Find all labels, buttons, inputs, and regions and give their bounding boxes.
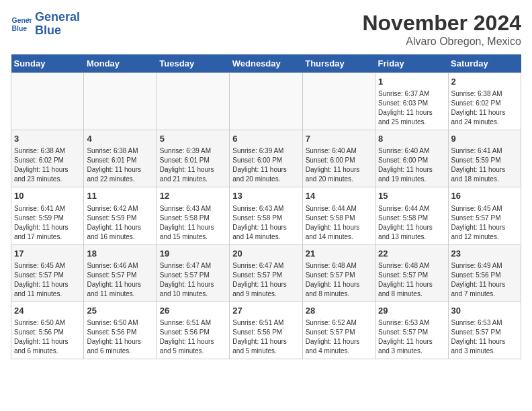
week-row-4: 17Sunrise: 6:45 AM Sunset: 5:57 PM Dayli…	[11, 244, 521, 302]
day-info: Sunrise: 6:49 AM Sunset: 5:56 PM Dayligh…	[451, 261, 518, 299]
calendar-cell: 9Sunrise: 6:41 AM Sunset: 5:59 PM Daylig…	[448, 130, 521, 187]
header-cell-wednesday: Wednesday	[230, 54, 302, 73]
header-cell-friday: Friday	[375, 54, 448, 73]
logo-text-general: General	[35, 11, 80, 24]
day-number: 8	[378, 133, 445, 145]
calendar-cell: 25Sunrise: 6:50 AM Sunset: 5:56 PM Dayli…	[84, 302, 157, 359]
calendar-cell: 1Sunrise: 6:37 AM Sunset: 6:03 PM Daylig…	[375, 73, 448, 130]
calendar-cell: 22Sunrise: 6:48 AM Sunset: 5:57 PM Dayli…	[375, 244, 448, 302]
day-info: Sunrise: 6:53 AM Sunset: 5:57 PM Dayligh…	[378, 318, 445, 356]
day-info: Sunrise: 6:45 AM Sunset: 5:57 PM Dayligh…	[451, 204, 518, 242]
calendar-cell: 3Sunrise: 6:38 AM Sunset: 6:02 PM Daylig…	[11, 130, 84, 187]
day-info: Sunrise: 6:53 AM Sunset: 5:57 PM Dayligh…	[451, 318, 518, 356]
day-number: 28	[306, 305, 372, 317]
day-info: Sunrise: 6:47 AM Sunset: 5:57 PM Dayligh…	[160, 261, 226, 299]
week-row-1: 1Sunrise: 6:37 AM Sunset: 6:03 PM Daylig…	[11, 73, 521, 130]
calendar-cell: 24Sunrise: 6:50 AM Sunset: 5:56 PM Dayli…	[11, 302, 84, 359]
day-info: Sunrise: 6:41 AM Sunset: 5:59 PM Dayligh…	[14, 204, 81, 242]
calendar-cell: 30Sunrise: 6:53 AM Sunset: 5:57 PM Dayli…	[448, 302, 521, 359]
day-info: Sunrise: 6:37 AM Sunset: 6:03 PM Dayligh…	[378, 89, 445, 127]
calendar-cell: 12Sunrise: 6:43 AM Sunset: 5:58 PM Dayli…	[157, 187, 229, 244]
calendar-title: November 2024	[362, 11, 521, 36]
day-info: Sunrise: 6:38 AM Sunset: 6:01 PM Dayligh…	[87, 146, 153, 184]
day-info: Sunrise: 6:38 AM Sunset: 6:02 PM Dayligh…	[14, 146, 81, 184]
day-info: Sunrise: 6:44 AM Sunset: 5:58 PM Dayligh…	[306, 204, 372, 242]
header: General Blue General Blue November 2024 …	[11, 11, 521, 48]
day-info: Sunrise: 6:39 AM Sunset: 6:00 PM Dayligh…	[232, 146, 299, 184]
calendar-cell: 16Sunrise: 6:45 AM Sunset: 5:57 PM Dayli…	[448, 187, 521, 244]
day-number: 7	[306, 133, 372, 145]
day-info: Sunrise: 6:50 AM Sunset: 5:56 PM Dayligh…	[87, 318, 153, 356]
day-info: Sunrise: 6:39 AM Sunset: 6:01 PM Dayligh…	[160, 146, 226, 184]
day-number: 1	[378, 76, 445, 88]
day-info: Sunrise: 6:48 AM Sunset: 5:57 PM Dayligh…	[306, 261, 372, 299]
day-number: 27	[232, 305, 299, 317]
calendar-header: SundayMondayTuesdayWednesdayThursdayFrid…	[11, 54, 521, 73]
svg-text:Blue: Blue	[12, 24, 28, 32]
header-cell-monday: Monday	[84, 54, 157, 73]
calendar-cell: 17Sunrise: 6:45 AM Sunset: 5:57 PM Dayli…	[11, 244, 84, 302]
calendar-cell: 14Sunrise: 6:44 AM Sunset: 5:58 PM Dayli…	[302, 187, 375, 244]
calendar-cell: 27Sunrise: 6:51 AM Sunset: 5:56 PM Dayli…	[230, 302, 302, 359]
calendar-body: 1Sunrise: 6:37 AM Sunset: 6:03 PM Daylig…	[11, 73, 521, 359]
calendar-cell: 15Sunrise: 6:44 AM Sunset: 5:58 PM Dayli…	[375, 187, 448, 244]
calendar-cell	[230, 73, 302, 130]
day-number: 30	[451, 305, 518, 317]
day-info: Sunrise: 6:44 AM Sunset: 5:58 PM Dayligh…	[378, 204, 445, 242]
calendar-cell: 13Sunrise: 6:43 AM Sunset: 5:58 PM Dayli…	[230, 187, 302, 244]
logo: General Blue General Blue	[11, 11, 80, 38]
calendar-cell: 11Sunrise: 6:42 AM Sunset: 5:59 PM Dayli…	[84, 187, 157, 244]
day-info: Sunrise: 6:38 AM Sunset: 6:02 PM Dayligh…	[451, 89, 518, 127]
calendar-cell: 2Sunrise: 6:38 AM Sunset: 6:02 PM Daylig…	[448, 73, 521, 130]
calendar-cell	[157, 73, 229, 130]
day-number: 13	[232, 190, 299, 202]
day-info: Sunrise: 6:51 AM Sunset: 5:56 PM Dayligh…	[232, 318, 299, 356]
day-number: 20	[232, 248, 299, 260]
day-number: 15	[378, 190, 445, 202]
calendar-cell	[302, 73, 375, 130]
calendar-table: SundayMondayTuesdayWednesdayThursdayFrid…	[11, 54, 521, 359]
calendar-cell	[11, 73, 84, 130]
day-number: 26	[160, 305, 226, 317]
day-info: Sunrise: 6:46 AM Sunset: 5:57 PM Dayligh…	[87, 261, 153, 299]
day-info: Sunrise: 6:52 AM Sunset: 5:57 PM Dayligh…	[306, 318, 372, 356]
calendar-cell: 28Sunrise: 6:52 AM Sunset: 5:57 PM Dayli…	[302, 302, 375, 359]
day-number: 14	[306, 190, 372, 202]
calendar-cell: 20Sunrise: 6:47 AM Sunset: 5:57 PM Dayli…	[230, 244, 302, 302]
header-cell-saturday: Saturday	[448, 54, 521, 73]
calendar-cell: 7Sunrise: 6:40 AM Sunset: 6:00 PM Daylig…	[302, 130, 375, 187]
day-number: 22	[378, 248, 445, 260]
calendar-cell: 23Sunrise: 6:49 AM Sunset: 5:56 PM Dayli…	[448, 244, 521, 302]
week-row-3: 10Sunrise: 6:41 AM Sunset: 5:59 PM Dayli…	[11, 187, 521, 244]
day-number: 16	[451, 190, 518, 202]
day-number: 3	[14, 133, 81, 145]
calendar-cell: 5Sunrise: 6:39 AM Sunset: 6:01 PM Daylig…	[157, 130, 229, 187]
header-cell-sunday: Sunday	[11, 54, 84, 73]
day-info: Sunrise: 6:40 AM Sunset: 6:00 PM Dayligh…	[378, 146, 445, 184]
header-cell-thursday: Thursday	[302, 54, 375, 73]
day-number: 6	[232, 133, 299, 145]
calendar-cell: 21Sunrise: 6:48 AM Sunset: 5:57 PM Dayli…	[302, 244, 375, 302]
calendar-cell: 26Sunrise: 6:51 AM Sunset: 5:56 PM Dayli…	[157, 302, 229, 359]
day-number: 12	[160, 190, 226, 202]
week-row-5: 24Sunrise: 6:50 AM Sunset: 5:56 PM Dayli…	[11, 302, 521, 359]
calendar-cell: 8Sunrise: 6:40 AM Sunset: 6:00 PM Daylig…	[375, 130, 448, 187]
calendar-subtitle: Alvaro Obregon, Mexico	[362, 36, 521, 48]
header-cell-tuesday: Tuesday	[157, 54, 229, 73]
day-number: 18	[87, 248, 153, 260]
calendar-cell: 10Sunrise: 6:41 AM Sunset: 5:59 PM Dayli…	[11, 187, 84, 244]
day-number: 2	[451, 76, 518, 88]
calendar-cell: 6Sunrise: 6:39 AM Sunset: 6:00 PM Daylig…	[230, 130, 302, 187]
day-number: 29	[378, 305, 445, 317]
week-row-2: 3Sunrise: 6:38 AM Sunset: 6:02 PM Daylig…	[11, 130, 521, 187]
day-info: Sunrise: 6:51 AM Sunset: 5:56 PM Dayligh…	[160, 318, 226, 356]
day-number: 11	[87, 190, 153, 202]
day-info: Sunrise: 6:41 AM Sunset: 5:59 PM Dayligh…	[451, 146, 518, 184]
day-number: 25	[87, 305, 153, 317]
day-info: Sunrise: 6:43 AM Sunset: 5:58 PM Dayligh…	[160, 204, 226, 242]
header-row: SundayMondayTuesdayWednesdayThursdayFrid…	[11, 54, 521, 73]
day-info: Sunrise: 6:42 AM Sunset: 5:59 PM Dayligh…	[87, 204, 153, 242]
logo-icon: General Blue	[11, 13, 32, 35]
calendar-cell: 18Sunrise: 6:46 AM Sunset: 5:57 PM Dayli…	[84, 244, 157, 302]
title-area: November 2024 Alvaro Obregon, Mexico	[362, 11, 521, 48]
